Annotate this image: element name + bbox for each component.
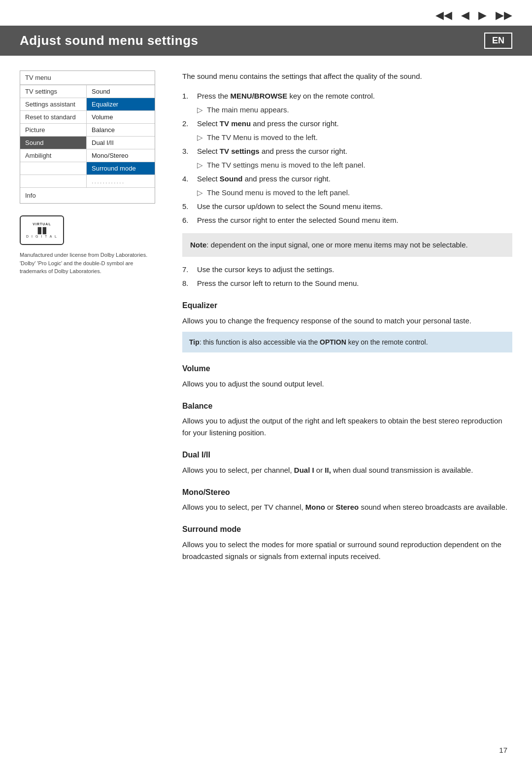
menu-row-sound: Sound Dual I/II (20, 136, 155, 149)
language-badge: EN (484, 33, 512, 49)
section-title-equalizer: Equalizer (182, 299, 512, 312)
main-content: TV menu TV settings Sound Settings assis… (0, 56, 532, 579)
tip-label: Tip (189, 338, 200, 346)
step-2-sub-text: The TV Menu is moved to the left. (207, 132, 318, 143)
menu-row-surround: Surround mode (20, 162, 155, 175)
page-number: 17 (499, 746, 507, 754)
step-3-sub: ▷ The TV settings menu is moved to the l… (197, 159, 512, 171)
menu-left-sound: Sound (20, 137, 87, 149)
section-body-surround: Allows you to select the modes for more … (182, 539, 512, 562)
section-body-mono-stereo: Allows you to select, per TV channel, Mo… (182, 501, 512, 513)
arrow-2: ▷ (197, 132, 203, 143)
menu-row-tv-settings: TV settings Sound (20, 85, 155, 98)
rewind-icon[interactable]: ◀ (461, 9, 469, 22)
left-panel: TV menu TV settings Sound Settings assis… (20, 70, 167, 564)
step-5: 5. Use the cursor up/down to select the … (182, 201, 512, 212)
step-1-text: Press the MENU/BROWSE key on the remote … (197, 90, 375, 102)
step-1-sub: ▷ The main menu appears. (197, 104, 512, 116)
arrow-4: ▷ (197, 187, 203, 199)
step-4-sub: ▷ The Sound menu is moved to the left pa… (197, 187, 512, 199)
section-title-surround: Surround mode (182, 523, 512, 536)
step-3-num: 3. (182, 145, 193, 157)
step-7: 7. Use the cursor keys to adjust the set… (182, 264, 512, 276)
step-1-sub-text: The main menu appears. (207, 104, 289, 116)
dolby-dd-label: ▮▮ (37, 226, 47, 235)
menu-right-dual: Dual I/II (87, 137, 155, 149)
step-1-num: 1. (182, 90, 193, 102)
note-text: : dependent on the input signal, one or … (206, 241, 467, 249)
arrow-3: ▷ (197, 159, 203, 171)
note-label: Note (190, 241, 206, 249)
steps-list: 1. Press the MENU/BROWSE key on the remo… (182, 90, 512, 226)
tip-text: : this function is also accessible via t… (200, 338, 428, 346)
play-icon[interactable]: ▶ (478, 9, 487, 22)
step-8: 8. Press the cursor left to return to th… (182, 278, 512, 289)
section-body-equalizer: Allows you to change the frequency respo… (182, 315, 512, 327)
page-title: Adjust sound menu settings (20, 33, 199, 48)
step-4-text: Select Sound and press the cursor right. (197, 173, 331, 185)
menu-left-picture: Picture (20, 124, 87, 136)
step-3: 3. Select TV settings and press the curs… (182, 145, 512, 157)
note-box: Note: dependent on the input signal, one… (182, 233, 512, 257)
arrow-1: ▷ (197, 104, 203, 116)
menu-info: Info (20, 187, 155, 203)
menu-table: TV menu TV settings Sound Settings assis… (20, 70, 155, 204)
menu-right-equalizer: Equalizer (87, 98, 155, 110)
step-8-text: Press the cursor left to return to the S… (197, 278, 359, 289)
step-7-num: 7. (182, 264, 193, 276)
step-6: 6. Press the cursor right to enter the s… (182, 214, 512, 226)
right-panel: The sound menu contains the settings tha… (182, 70, 512, 564)
step-1: 1. Press the MENU/BROWSE key on the remo… (182, 90, 512, 102)
step-3-text: Select TV settings and press the cursor … (197, 145, 347, 157)
menu-row-reset: Reset to standard Volume (20, 110, 155, 123)
menu-right-balance: Balance (87, 124, 155, 136)
menu-row-dots: ............ (20, 175, 155, 187)
menu-row-picture: Picture Balance (20, 123, 155, 136)
step-5-text: Use the cursor up/down to select the Sou… (197, 201, 383, 212)
section-body-balance: Allows you to adjust the output of the r… (182, 415, 512, 439)
menu-left-empty1 (20, 162, 87, 175)
step-4-num: 4. (182, 173, 193, 185)
section-title-dual: Dual I/II (182, 449, 512, 461)
menu-left-reset: Reset to standard (20, 111, 87, 123)
menu-left-ambilight: Ambilight (20, 149, 87, 162)
menu-row-settings-assistant: Settings assistant Equalizer (20, 98, 155, 110)
step-6-num: 6. (182, 214, 193, 226)
step-6-text: Press the cursor right to enter the sele… (197, 214, 399, 226)
tip-box-equalizer: Tip: this function is also accessible vi… (182, 332, 512, 352)
step-5-num: 5. (182, 201, 193, 212)
menu-left-settings-assistant: Settings assistant (20, 98, 87, 110)
step-3-sub-text: The TV settings menu is moved to the lef… (207, 159, 366, 171)
menu-right-sound: Sound (87, 85, 155, 98)
section-title-volume: Volume (182, 362, 512, 375)
section-title-mono-stereo: Mono/Stereo (182, 486, 512, 499)
step-7-text: Use the cursor keys to adjust the settin… (197, 264, 334, 276)
menu-header: TV menu (20, 71, 155, 85)
menu-right-volume: Volume (87, 111, 155, 123)
step-4: 4. Select Sound and press the cursor rig… (182, 173, 512, 185)
step-8-num: 8. (182, 278, 193, 289)
section-title-balance: Balance (182, 400, 512, 413)
dolby-logo: virtual ▮▮ D I G I T A L (20, 215, 64, 245)
menu-dots: ............ (87, 175, 130, 187)
dolby-area: virtual ▮▮ D I G I T A L Manufactured un… (20, 215, 79, 276)
steps-list-2: 7. Use the cursor keys to adjust the set… (182, 264, 512, 289)
skip-forward-icon[interactable]: ▶▶ (496, 9, 512, 22)
menu-left-empty2 (20, 175, 87, 187)
title-bar: Adjust sound menu settings EN (0, 26, 532, 56)
section-body-volume: Allows you to adjust the sound output le… (182, 378, 512, 390)
step-2-num: 2. (182, 118, 193, 130)
step-2: 2. Select TV menu and press the cursor r… (182, 118, 512, 130)
section-body-dual: Allows you to select, per channel, Dual … (182, 464, 512, 476)
intro-text: The sound menu contains the settings tha… (182, 70, 512, 82)
top-navigation: ◀◀ ◀ ▶ ▶▶ (0, 0, 532, 26)
skip-back-icon[interactable]: ◀◀ (435, 9, 452, 22)
menu-left-tv-settings: TV settings (20, 85, 87, 98)
dolby-digital-label: D I G I T A L (26, 235, 58, 238)
dolby-disclaimer: Manufactured under license from Dolby La… (20, 251, 155, 276)
step-2-sub: ▷ The TV Menu is moved to the left. (197, 132, 512, 143)
step-4-sub-text: The Sound menu is moved to the left pane… (207, 187, 350, 199)
menu-row-ambilight: Ambilight Mono/Stereo (20, 149, 155, 162)
menu-right-mono-stereo: Mono/Stereo (87, 149, 155, 162)
menu-right-surround: Surround mode (87, 162, 155, 175)
